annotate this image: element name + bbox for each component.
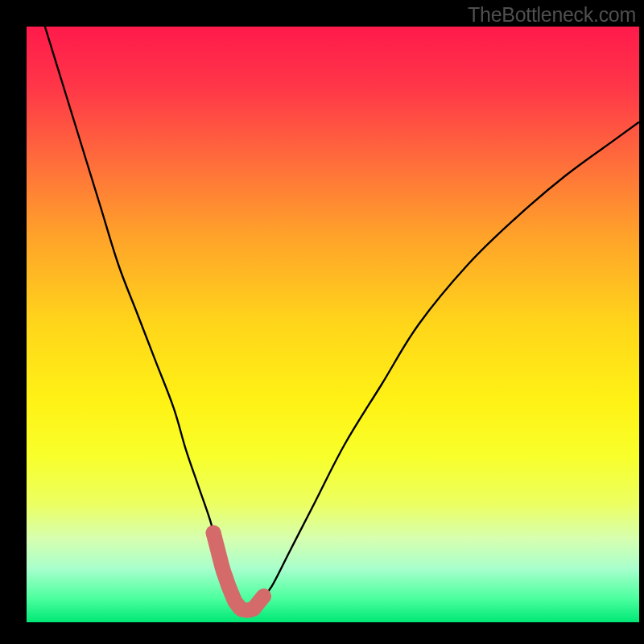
curve-marker-dot	[206, 526, 221, 541]
watermark-text: TheBottleneck.com	[468, 3, 636, 27]
gradient-background	[27, 27, 639, 622]
chart-frame: TheBottleneck.com	[0, 0, 644, 644]
plot-area	[27, 27, 639, 622]
bottleneck-chart	[27, 27, 639, 622]
